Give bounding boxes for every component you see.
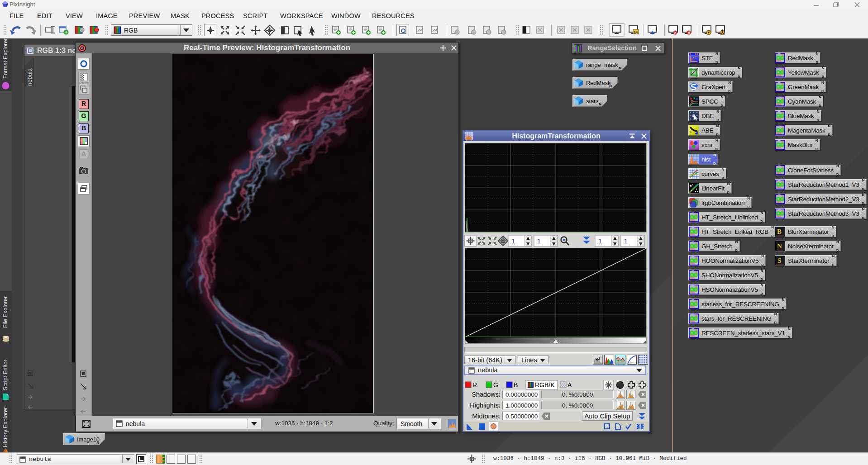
svg-text:A: A [568, 381, 572, 389]
svg-text:R: R [472, 381, 477, 389]
svg-text:1: 1 [537, 237, 541, 245]
svg-text:xTerminator: xTerminator [776, 249, 785, 251]
svg-text:1: 1 [598, 237, 602, 245]
svg-text:24: 24 [634, 30, 638, 34]
svg-text:G: G [493, 381, 498, 389]
svg-text:xTerminator: xTerminator [776, 264, 785, 266]
svg-text:RGB/K: RGB/K [535, 381, 555, 389]
svg-text:1: 1 [624, 237, 628, 245]
svg-text:B: B [514, 381, 518, 389]
svg-text:1: 1 [511, 237, 515, 245]
svg-text:xTerminator: xTerminator [776, 235, 785, 237]
